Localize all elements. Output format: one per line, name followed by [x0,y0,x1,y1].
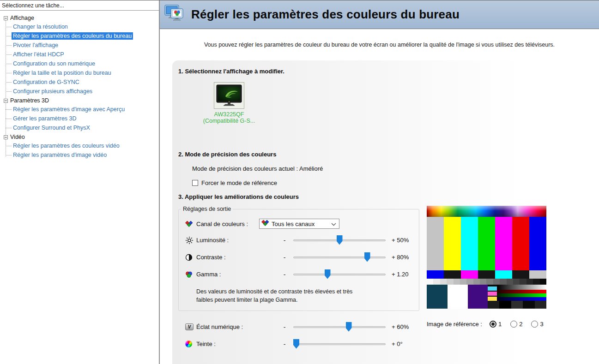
tree-item: Régler les paramètres d'image vidéo [0,150,159,160]
gamma-slider-row: Gamma :-+ 1.20 [179,266,419,283]
contrast-slider-thumb[interactable] [364,252,370,262]
contrast-slider-row: Contraste :-+ 80% [179,249,419,266]
rainbow-strip [427,206,546,217]
tree-group-label: Paramètres 3D [10,97,49,104]
hue-slider-row: Teinte :-+ 0° [178,335,599,352]
vibrance-slider-track[interactable] [293,326,386,328]
tree-link[interactable]: Configuration du son numérique [12,60,97,67]
reference-option-3[interactable]: 3 [531,321,547,328]
force-reference-mode-row[interactable]: Forcer le mode de référence [192,179,599,186]
tree-tick [6,45,12,46]
gamma-slider-track[interactable] [293,274,386,275]
force-reference-mode-label: Forcer le mode de référence [201,179,277,186]
contrast-slider-track[interactable] [293,257,386,258]
color-bars [427,217,546,270]
rgb-gradient-bands [497,285,546,301]
radio-icon[interactable] [490,321,496,328]
display-tile[interactable]: AW3225QF (Compatibilité G-S... [192,82,266,124]
tree-item: Régler les paramètres des couleurs vidéo [0,141,159,150]
tree-link[interactable]: Changer la résolution [12,23,69,30]
color-channel-label: Canal de couleurs : [196,221,259,227]
tree-group-label: Affichage [10,15,34,21]
tree-link[interactable]: Régler la taille et la position du burea… [12,69,113,77]
collapse-icon[interactable] [4,135,8,139]
step3-heading: 3. Appliquer les améliorations de couleu… [178,193,599,200]
tree-tick [6,73,12,73]
tree-link[interactable]: Configuration de G-SYNC [12,78,81,86]
tree-item: Configuration du son numérique [0,59,159,68]
collapse-icon[interactable] [4,16,8,20]
tree-link[interactable]: Régler les paramètres des couleurs vidéo [12,142,121,149]
tree-tick [6,109,12,110]
reference-image-radios: 123 [486,321,548,328]
gamma-slider-thumb[interactable] [325,269,331,279]
tree-tick [6,36,12,36]
tree-link[interactable]: Configurer Surround et PhysX [12,124,91,131]
hue-slider-track[interactable] [293,343,386,345]
tree-link[interactable]: Configurer plusieurs affichages [12,88,94,95]
radio-icon[interactable] [531,321,538,328]
tree-item: Configurer Surround et PhysX [0,123,159,132]
brightness-icon [185,236,196,245]
tree-tick [6,91,12,92]
color-channel-select[interactable]: Tous les canaux [259,219,339,229]
gamma-icon [185,271,196,278]
brightness-minus: - [276,237,293,244]
white-block [448,285,468,309]
output-settings-legend: Réglages de sortie [181,206,233,212]
display-monitor-icon[interactable] [214,82,244,109]
task-pane-header: Sélectionnez une tâche... [0,0,159,10]
pattern-bottom [427,285,546,309]
cmy-swatches [488,286,497,301]
tree-group-label: Vidéo [10,134,25,140]
reference-image-row: Image de référence : 123 [427,321,548,328]
desktop-color-settings-icon [164,5,186,25]
tree-group: Vidéo [0,134,159,140]
gamma-minus: - [276,271,293,278]
tree-item: Régler les paramètres des couleurs du bu… [0,31,159,41]
tree-item: Régler la taille et la position du burea… [0,68,159,78]
tree-link[interactable]: Pivoter l'affichage [12,42,60,49]
reference-image-label: Image de référence : [427,321,482,328]
tree-link[interactable]: Gérer les paramètres 3D [12,115,78,122]
tree-item: Configuration de G-SYNC [0,78,159,87]
radio-icon[interactable] [510,321,517,328]
tree-item: Changer la résolution [0,22,159,31]
step3-body: Réglages de sortie Canal de couleurs : T… [178,206,599,352]
color-channel-value: Tous les canaux [272,221,331,227]
reference-option-1[interactable]: 1 [490,321,506,328]
tree-link[interactable]: Afficher l'état HDCP [12,51,66,58]
page-description: Vous pouvez régler les paramètres de cou… [204,42,555,48]
brightness-slider-thumb[interactable] [337,235,343,245]
collapse-icon[interactable] [4,99,8,103]
step2-heading: 2. Mode de précision des couleurs [178,151,599,158]
radio-label: 3 [540,321,543,328]
color-channel-row: Canal de couleurs : Tous les canaux [179,216,419,232]
mini-bars [427,270,546,279]
tree-item: Configurer plusieurs affichages [0,87,159,96]
tree-tick [6,27,12,27]
vibrance-slider-thumb[interactable] [346,322,352,332]
reference-option-2[interactable]: 2 [510,321,526,328]
tree-tick [6,146,12,146]
task-tree: AffichageChanger la résolutionRégler les… [0,10,159,364]
tree-link[interactable]: Régler les paramètres des couleurs du bu… [12,32,133,40]
hue-icon [185,340,196,347]
teal-block [427,285,448,309]
hue-slider-thumb[interactable] [293,339,299,349]
force-reference-mode-checkbox[interactable] [192,180,198,186]
tree-tick [6,128,12,128]
settings-panel: 1. Sélectionnez l'affichage à modifier. [172,60,599,364]
color-channel-select-icon [261,220,269,228]
tree-tick [6,155,12,155]
tree-item: Régler les paramètres d'image avec Aperç… [0,105,159,114]
tree-group: Affichage [0,15,159,21]
radio-label: 2 [519,321,522,328]
page-description-row: Vous pouvez régler les paramètres de cou… [160,29,599,60]
tree-link[interactable]: Régler les paramètres d'image avec Aperç… [12,106,126,113]
tree-link[interactable]: Régler les paramètres d'image vidéo [12,151,108,159]
digital-vibrance-icon: V [185,323,196,330]
vibrance-label: Éclat numérique : [196,323,276,330]
dark-gray-blocks [488,301,546,309]
purple-block [468,285,488,309]
